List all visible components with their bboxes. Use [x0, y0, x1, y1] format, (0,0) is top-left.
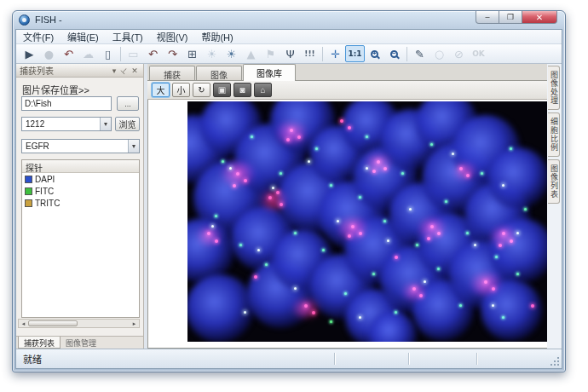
ok-button: OK	[469, 45, 488, 62]
close-button[interactable]: ✕	[522, 11, 557, 24]
probe-color-chip	[25, 199, 32, 207]
brightness-button: ☀	[202, 45, 222, 62]
cloud-button: ☁	[78, 45, 98, 62]
scroll-left-icon[interactable]: ◂	[19, 320, 28, 327]
pan-button[interactable]: ✛	[326, 45, 345, 62]
stain-patch	[291, 300, 321, 317]
probe-label: DAPI	[35, 175, 55, 184]
probe-item[interactable]: TRITC	[22, 197, 139, 209]
left-panel-tabs: 捕获列表图像管理	[16, 336, 143, 349]
crop-button[interactable]: ⊞	[182, 45, 202, 62]
cloud-icon: ☁	[83, 49, 94, 60]
brightness-icon: ☀	[207, 49, 217, 60]
probe-color-chip	[25, 187, 32, 195]
menu-item[interactable]: 文件(F)	[16, 29, 61, 44]
toolbar-separator	[120, 47, 121, 61]
zoom-in-button[interactable]: +	[365, 45, 384, 62]
status-pane-divider	[334, 353, 335, 365]
gene-combo[interactable]: EGFR ▾	[21, 139, 140, 153]
tritc-signal-dot	[236, 172, 239, 176]
panel-tab-图像管理[interactable]: 图像管理	[61, 337, 101, 349]
tritc-signal-dot	[459, 167, 463, 170]
tritc-signal-dot	[215, 239, 218, 243]
brightness-adjust-button[interactable]: ☀	[222, 45, 241, 62]
menu-item[interactable]: 帮助(H)	[194, 29, 239, 44]
ellipse-annotation-icon: ○	[435, 49, 444, 60]
maximize-button[interactable]: ❐	[499, 11, 522, 24]
gene-combo-value: EGFR	[26, 141, 49, 151]
tab-图像库[interactable]: 图像库	[243, 64, 296, 81]
probe-item[interactable]: FITC	[22, 185, 139, 197]
refresh-button[interactable]: ↻	[193, 83, 210, 97]
view-large-button[interactable]: 大	[152, 83, 170, 97]
undo-capture-button[interactable]: ↶	[59, 45, 78, 62]
chevron-down-icon[interactable]: ▾	[128, 140, 139, 153]
vtab-细胞比例[interactable]: 细胞比例	[548, 112, 560, 157]
save-path-input[interactable]	[21, 96, 112, 111]
vtab-图像处理[interactable]: 图像处理	[548, 66, 560, 110]
title-bar[interactable]: FISH - –❐✕	[13, 11, 565, 29]
zoom-out-button[interactable]: −	[384, 45, 404, 62]
horizontal-scrollbar[interactable]: ◂ ▸	[18, 319, 140, 328]
new-document-button[interactable]: ▯	[98, 45, 118, 62]
tab-捕获[interactable]: 捕获	[149, 66, 195, 80]
image-canvas[interactable]	[147, 100, 548, 349]
folder-combo[interactable]: 1212 ▾	[21, 117, 112, 131]
bright-signal-dot	[294, 287, 297, 290]
fitc-signal-dot	[395, 311, 397, 314]
browse-path-button[interactable]: ...	[117, 96, 139, 111]
resize-grip[interactable]	[550, 356, 560, 366]
home-image-button[interactable]: ⌂	[254, 83, 272, 97]
fitc-signal-dot	[344, 292, 347, 295]
cell-nucleus	[187, 274, 254, 342]
menu-item[interactable]: 工具(T)	[106, 29, 150, 44]
step-forward-button[interactable]: ▶	[20, 45, 39, 62]
menu-item[interactable]: 视图(V)	[150, 29, 195, 44]
tritc-signal-dot	[268, 196, 272, 199]
rotate-right-button[interactable]: ↷	[163, 45, 182, 62]
triangle-filter-button: ▲	[241, 45, 261, 62]
panel-tab-捕获列表[interactable]: 捕获列表	[18, 337, 61, 349]
status-bar: 就绪	[16, 349, 562, 368]
probe-item[interactable]: DAPI	[22, 173, 139, 185]
probe-label: TRITC	[35, 199, 60, 208]
capture-list-panel: 捕获列表 ▾⊥✕ 图片保存位置>> ... 1212 ▾ 浏览 EGFR ▾ 探…	[16, 64, 144, 349]
brightness-adjust-icon: ☀	[227, 49, 237, 60]
microscopy-image[interactable]	[187, 101, 547, 342]
fitc-signal-dot	[222, 160, 224, 163]
chevron-down-icon[interactable]: ▾	[100, 118, 111, 130]
menu-item[interactable]: 编辑(E)	[61, 29, 106, 44]
panel-header[interactable]: 捕获列表 ▾⊥✕	[16, 64, 143, 78]
window-title: FISH -	[35, 14, 62, 25]
scroll-right-icon[interactable]: ▸	[130, 320, 139, 327]
actual-size-button[interactable]: 1:1	[345, 45, 365, 62]
tab-图像[interactable]: 图像	[196, 66, 242, 80]
export-image-button[interactable]: ▣	[213, 83, 231, 97]
fitc-signal-dot	[330, 320, 332, 323]
cell-nucleus	[487, 147, 547, 209]
close-icon[interactable]: ✕	[130, 66, 140, 75]
save-location-label: 图片保存位置>>	[22, 83, 89, 96]
vtab-图像列表[interactable]: 图像列表	[548, 159, 560, 204]
channel-merge-button[interactable]: Ψ	[280, 45, 300, 62]
tritc-signal-dot	[233, 184, 236, 187]
tritc-signal-dot	[359, 232, 362, 235]
scrollbar-thumb[interactable]	[28, 320, 78, 326]
count-marks-button[interactable]: !!!	[300, 45, 320, 62]
rotate-left-button[interactable]: ↶	[143, 45, 163, 62]
browse-button[interactable]: 浏览	[115, 117, 140, 131]
bright-signal-dot	[409, 208, 412, 210]
tritc-signal-dot	[304, 304, 308, 308]
view-small-button[interactable]: 小	[172, 83, 190, 97]
tritc-signal-dot	[276, 191, 280, 194]
app-window: FISH - –❐✕ 文件(F)编辑(E)工具(T)视图(V)帮助(H) ▶●↶…	[12, 10, 566, 372]
tritc-signal-dot	[412, 287, 416, 291]
magnifier-sign: +	[372, 50, 377, 57]
delete-image-button[interactable]: ◙	[233, 83, 251, 97]
tritc-signal-dot	[484, 280, 487, 284]
annotate-pencil-button[interactable]: ✎	[410, 45, 429, 62]
menu-bar: 文件(F)编辑(E)工具(T)视图(V)帮助(H)	[16, 30, 562, 44]
minimize-button[interactable]: –	[476, 11, 499, 24]
main-toolbar: ▶●↶☁▯▭↶↷⊞☀☀▲⚑Ψ!!!✛1:1+−✎○⊘OK	[16, 44, 562, 64]
window-controls: –❐✕	[476, 11, 557, 24]
